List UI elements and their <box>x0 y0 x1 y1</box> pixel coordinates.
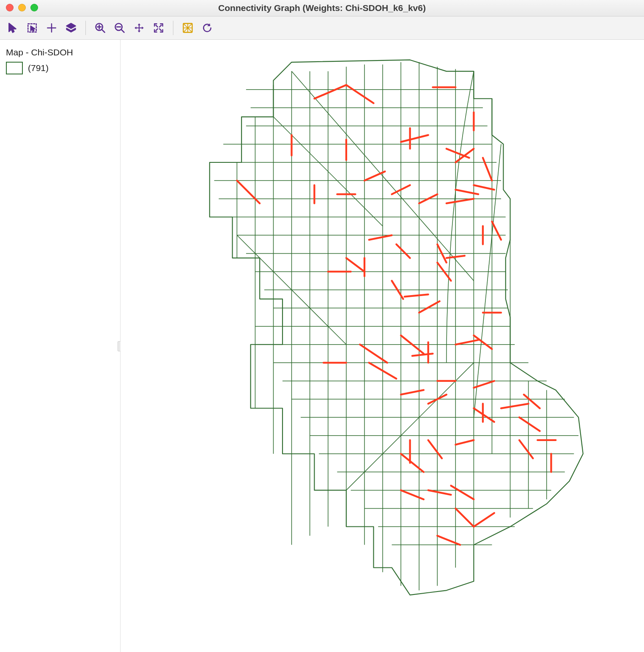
svg-line-15 <box>483 158 492 181</box>
zoom-window-button[interactable] <box>30 4 38 11</box>
minimize-window-button[interactable] <box>18 4 26 11</box>
zoom-out-icon <box>114 22 126 34</box>
zoom-in-button[interactable] <box>92 19 109 36</box>
svg-line-63 <box>428 490 451 495</box>
svg-line-26 <box>369 235 392 240</box>
svg-line-17 <box>455 190 478 195</box>
window-title: Connectivity Graph (Weights: Chi-SDOH_k6… <box>0 3 644 13</box>
toolbar-separator <box>173 21 173 35</box>
svg-line-11 <box>401 135 428 142</box>
svg-line-32 <box>405 294 428 296</box>
refresh-button[interactable] <box>199 19 216 36</box>
window-titlebar: Connectivity Graph (Weights: Chi-SDOH_k6… <box>0 0 644 16</box>
svg-line-67 <box>437 536 460 545</box>
legend-swatch <box>6 62 23 74</box>
svg-line-51 <box>474 408 494 422</box>
basemap-button[interactable] <box>179 19 196 36</box>
full-extent-button[interactable] <box>150 19 167 36</box>
svg-line-59 <box>401 454 424 472</box>
svg-line-21 <box>364 172 385 181</box>
toolbar-separator <box>85 21 86 35</box>
add-button[interactable] <box>43 19 60 36</box>
svg-line-38 <box>412 353 433 356</box>
svg-line-13 <box>447 149 469 158</box>
legend-count: (791) <box>28 63 49 73</box>
pan-icon <box>134 22 145 33</box>
svg-line-43 <box>455 340 478 345</box>
svg-line-18 <box>447 199 474 203</box>
pan-button[interactable] <box>131 19 148 36</box>
full-extent-icon <box>153 22 164 33</box>
legend-title: Map - Chi-SDOH <box>6 47 114 58</box>
rectangle-select-icon <box>27 22 38 33</box>
close-window-button[interactable] <box>6 4 14 11</box>
window-controls <box>6 4 38 11</box>
zoom-out-button[interactable] <box>111 19 128 36</box>
rectangle-select-button[interactable] <box>24 19 41 36</box>
svg-line-60 <box>428 440 442 458</box>
svg-line-35 <box>447 256 465 258</box>
svg-line-54 <box>524 394 540 408</box>
svg-line-62 <box>401 490 424 499</box>
svg-line-29 <box>346 258 364 271</box>
select-tool-button[interactable] <box>4 19 21 36</box>
basemap-icon <box>182 22 194 34</box>
refresh-icon <box>202 22 213 33</box>
svg-line-52 <box>501 404 529 408</box>
layers-icon <box>65 22 77 34</box>
svg-line-53 <box>519 417 540 431</box>
zoom-in-icon <box>94 22 106 34</box>
svg-line-5 <box>346 85 374 103</box>
svg-line-33 <box>419 301 439 312</box>
svg-line-4 <box>314 85 346 99</box>
layers-button[interactable] <box>63 19 79 36</box>
svg-line-46 <box>401 390 424 394</box>
svg-line-9 <box>237 181 260 203</box>
legend-item[interactable]: (791) <box>6 62 114 74</box>
svg-line-55 <box>519 440 533 458</box>
legend-panel: Map - Chi-SDOH (791) <box>0 40 121 652</box>
svg-line-24 <box>492 222 501 240</box>
plus-icon <box>46 22 57 33</box>
svg-line-14 <box>455 149 474 162</box>
svg-line-64 <box>451 486 474 499</box>
cursor-icon <box>7 22 18 33</box>
svg-line-65 <box>455 508 474 526</box>
svg-line-61 <box>455 440 474 445</box>
svg-line-27 <box>396 244 410 258</box>
map-svg <box>137 44 628 636</box>
svg-line-16 <box>474 185 494 190</box>
map-canvas[interactable] <box>121 40 644 652</box>
svg-line-66 <box>474 513 494 526</box>
svg-line-40 <box>360 345 387 363</box>
toolbar <box>0 16 644 40</box>
svg-line-44 <box>474 335 492 349</box>
workspace: Map - Chi-SDOH (791) <box>0 40 644 652</box>
